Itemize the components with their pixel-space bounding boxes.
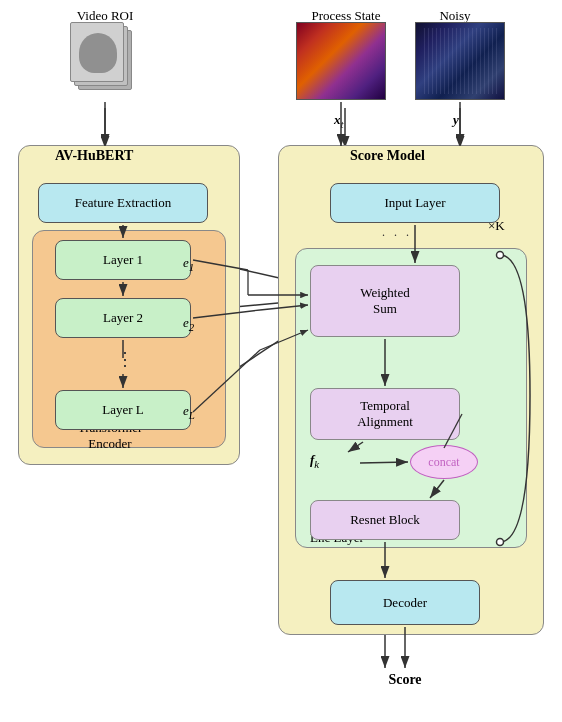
av-hubert-label: AV-HuBERT <box>55 148 133 164</box>
xk-label: ×K <box>488 218 505 234</box>
score-label: Score <box>375 672 435 688</box>
xt-label: xt <box>334 112 344 130</box>
temporal-alignment-box: TemporalAlignment <box>310 388 460 440</box>
decoder-box: Decoder <box>330 580 480 625</box>
layer-l-box: Layer L <box>55 390 191 430</box>
dots-layers: ⋮ <box>115 348 135 370</box>
dots-repetition: · · · <box>382 228 412 243</box>
weighted-sum-box: WeightedSum <box>310 265 460 337</box>
resnet-block-box: Resnet Block <box>310 500 460 540</box>
concat-box: concat <box>410 445 478 479</box>
layer1-box: Layer 1 <box>55 240 191 280</box>
input-layer-box: Input Layer <box>330 183 500 223</box>
process-state-spectrogram <box>296 22 386 100</box>
fk-label: fk <box>310 452 319 470</box>
y-label: y <box>453 112 459 128</box>
score-model-label: Score Model <box>350 148 425 164</box>
noisy-spectrogram <box>415 22 505 100</box>
feature-extraction-box: Feature Extraction <box>38 183 208 223</box>
el-label: eL <box>183 403 195 421</box>
e2-label: e2 <box>183 315 194 333</box>
e1-label: e1 <box>183 255 194 273</box>
video-roi-thumbnail <box>68 22 142 100</box>
layer2-box: Layer 2 <box>55 298 191 338</box>
diagram-container: Video ROI Process State Noisy xt y AV-Hu… <box>0 0 562 722</box>
